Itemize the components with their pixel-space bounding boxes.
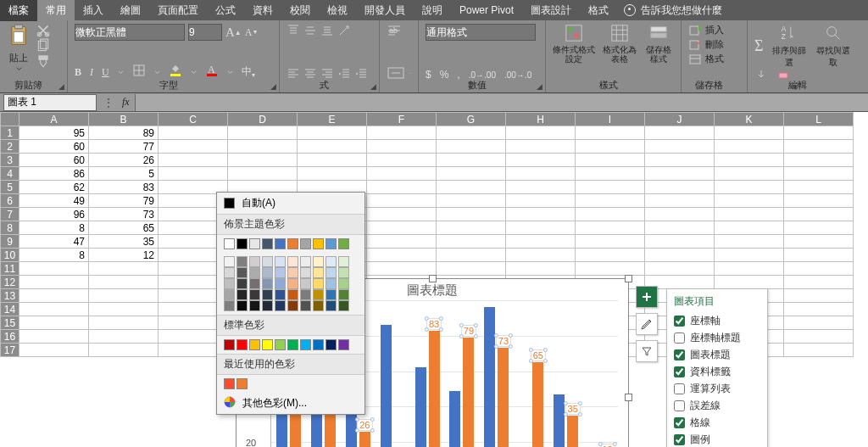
color-swatch[interactable] [326, 278, 337, 289]
cell[interactable] [437, 235, 506, 249]
cell[interactable] [437, 221, 506, 235]
color-swatch[interactable] [287, 289, 298, 300]
tab-insert[interactable]: 插入 [75, 0, 112, 21]
column-header[interactable]: E [298, 113, 367, 126]
standard-color-row[interactable] [217, 336, 364, 354]
cell[interactable]: 96 [19, 208, 89, 221]
cell[interactable] [784, 303, 854, 316]
dialog-launcher-icon[interactable]: ◢ [369, 82, 377, 91]
color-swatch[interactable] [300, 339, 311, 350]
align-middle-icon[interactable] [303, 24, 317, 37]
color-swatch[interactable] [262, 238, 273, 249]
color-swatch[interactable] [262, 289, 273, 300]
color-swatch[interactable] [262, 278, 273, 289]
color-swatch[interactable] [287, 339, 298, 350]
orientation-icon[interactable] [337, 24, 351, 37]
cell[interactable] [298, 126, 367, 140]
color-swatch[interactable] [224, 267, 235, 278]
color-swatch[interactable] [249, 278, 260, 289]
cell[interactable] [715, 154, 784, 167]
decrease-decimal-icon[interactable]: .00→.0 [504, 70, 531, 80]
cell[interactable] [506, 221, 576, 235]
color-swatch[interactable] [326, 238, 337, 249]
color-swatch[interactable] [224, 300, 235, 311]
dialog-launcher-icon[interactable]: ◢ [269, 82, 277, 91]
checkbox[interactable] [674, 400, 685, 411]
color-swatch[interactable] [236, 339, 248, 350]
color-swatch[interactable] [249, 238, 260, 249]
color-swatch[interactable] [236, 278, 248, 289]
data-label[interactable]: 79 [461, 325, 476, 337]
color-swatch[interactable] [236, 289, 248, 300]
chart-bar[interactable]: 35 [567, 416, 578, 447]
chart-element-item[interactable]: 格線 [674, 416, 760, 430]
dialog-launcher-icon[interactable]: ◢ [535, 82, 543, 91]
color-swatch[interactable] [224, 278, 235, 289]
cell[interactable] [715, 140, 784, 154]
color-swatch[interactable] [236, 267, 248, 278]
column-header[interactable]: G [437, 113, 506, 126]
color-swatch[interactable] [338, 300, 349, 311]
color-swatch[interactable] [313, 300, 324, 311]
data-label[interactable]: 35 [565, 403, 581, 415]
cell[interactable] [506, 154, 576, 167]
cell[interactable] [437, 154, 506, 167]
cell[interactable] [715, 126, 784, 140]
cell[interactable] [367, 262, 437, 276]
color-swatch[interactable] [236, 256, 248, 267]
color-swatch[interactable] [338, 278, 349, 289]
color-swatch[interactable] [287, 267, 298, 278]
tab-help[interactable]: 說明 [414, 0, 451, 21]
cell[interactable]: 8 [19, 221, 89, 235]
copy-button[interactable] [36, 39, 51, 53]
cell[interactable] [298, 154, 367, 167]
column-header[interactable]: L [784, 113, 854, 126]
name-box[interactable] [3, 94, 97, 111]
cell[interactable] [784, 276, 854, 289]
fill-color-button[interactable] [169, 64, 182, 81]
cell[interactable] [715, 262, 784, 276]
data-label[interactable]: 65 [531, 349, 546, 361]
cell[interactable]: 73 [89, 208, 159, 221]
tab-draw[interactable]: 繪圖 [112, 0, 149, 21]
cell[interactable] [19, 262, 89, 276]
cell[interactable] [89, 276, 159, 289]
cell[interactable] [367, 208, 437, 221]
cell[interactable] [784, 126, 854, 140]
sort-filter-button[interactable]: AZ 排序與篩選 [771, 24, 807, 69]
cell[interactable] [367, 194, 437, 208]
checkbox[interactable] [674, 349, 685, 360]
cut-button[interactable] [36, 24, 51, 37]
color-swatch[interactable] [224, 238, 235, 249]
tab-page-layout[interactable]: 頁面配置 [149, 0, 207, 21]
column-header[interactable]: D [228, 113, 298, 126]
cell[interactable] [784, 289, 854, 303]
column-header[interactable]: C [159, 113, 228, 126]
cell[interactable] [645, 249, 715, 262]
color-swatch[interactable] [249, 289, 260, 300]
cell[interactable] [645, 154, 715, 167]
cell[interactable] [506, 208, 576, 221]
checkbox[interactable] [674, 434, 685, 445]
cell[interactable] [506, 167, 576, 181]
cell[interactable] [437, 249, 506, 262]
row-header[interactable]: 13 [1, 289, 19, 303]
cell[interactable] [89, 289, 159, 303]
chart-filters-button[interactable] [636, 340, 658, 362]
color-swatch[interactable] [249, 300, 260, 311]
format-as-table-button[interactable]: 格式化為表格 [601, 24, 638, 64]
color-swatch[interactable] [249, 256, 260, 267]
color-swatch[interactable] [262, 300, 273, 311]
align-top-icon[interactable] [287, 24, 300, 37]
color-swatch[interactable] [262, 256, 273, 267]
chart-bar[interactable] [381, 325, 392, 447]
color-swatch[interactable] [326, 267, 337, 278]
color-swatch[interactable] [326, 289, 337, 300]
cell[interactable] [576, 235, 645, 249]
color-swatch[interactable] [300, 267, 311, 278]
color-swatch[interactable] [338, 238, 349, 249]
cell[interactable] [784, 154, 854, 167]
decrease-font-icon[interactable]: A▼ [245, 26, 259, 39]
cell[interactable] [506, 181, 576, 194]
color-swatch[interactable] [275, 339, 286, 350]
